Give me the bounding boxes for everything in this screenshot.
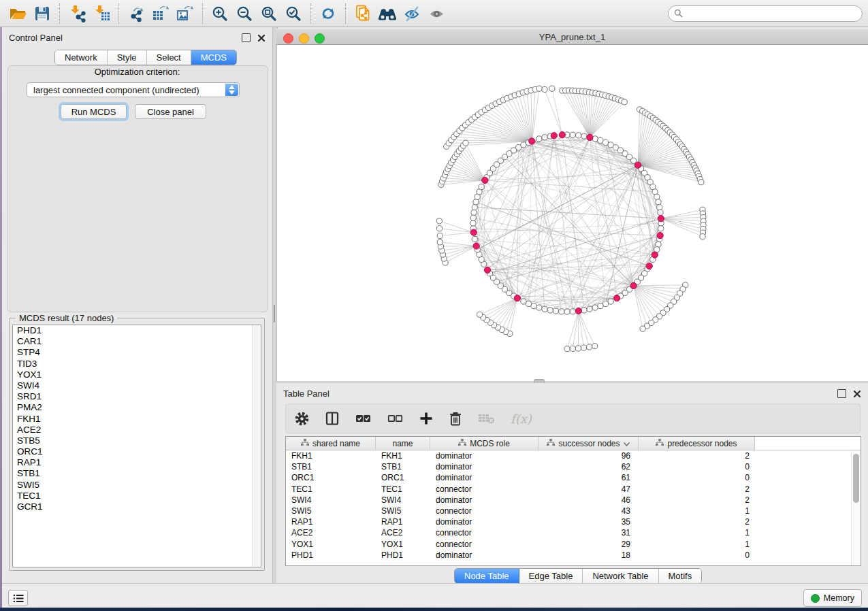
- column-header-predecessor-nodes[interactable]: predecessor nodes: [639, 437, 755, 450]
- select-all-icon[interactable]: [355, 411, 372, 426]
- graph-node[interactable]: [564, 346, 570, 352]
- table-row[interactable]: RAP1RAP1dominator352: [286, 516, 861, 527]
- graph-node[interactable]: [536, 136, 542, 142]
- graph-node[interactable]: [581, 308, 587, 313]
- graph-node-dominator[interactable]: [635, 162, 641, 168]
- table-row[interactable]: ORC1ORC1dominator610: [286, 472, 861, 483]
- network-graph[interactable]: [277, 45, 868, 381]
- graph-node[interactable]: [654, 194, 660, 199]
- tab-select[interactable]: Select: [147, 50, 191, 65]
- table-row[interactable]: SWI4SWI4dominator462: [286, 495, 861, 506]
- graph-node[interactable]: [542, 135, 547, 140]
- graph-node[interactable]: [479, 184, 484, 190]
- mcds-result-item[interactable]: RAP1: [13, 457, 261, 468]
- graph-node-dominator[interactable]: [575, 308, 581, 314]
- mcds-result-item[interactable]: GCR1: [13, 501, 261, 512]
- graph-node[interactable]: [575, 346, 581, 351]
- graph-node[interactable]: [521, 299, 526, 304]
- hide-selected-button[interactable]: [400, 3, 424, 24]
- graph-node[interactable]: [570, 309, 575, 314]
- add-column-icon[interactable]: [419, 411, 434, 426]
- graph-node-dominator[interactable]: [559, 132, 565, 138]
- network-view[interactable]: [276, 45, 868, 381]
- graph-node-dominator[interactable]: [587, 134, 593, 140]
- export-image-button[interactable]: [173, 3, 197, 24]
- mcds-result-item[interactable]: CAR1: [13, 336, 261, 347]
- graph-node[interactable]: [570, 132, 575, 137]
- mcds-result-list[interactable]: PHD1CAR1STP4TID3YOX1SWI4SRD1PMA2FKH1ACE2…: [12, 325, 261, 567]
- graph-node[interactable]: [587, 306, 592, 312]
- graph-node[interactable]: [471, 210, 477, 215]
- graph-node[interactable]: [536, 305, 542, 310]
- graph-node[interactable]: [536, 86, 542, 91]
- table-row[interactable]: PHD1PHD1dominator180: [286, 550, 861, 561]
- table-scrollbar-thumb[interactable]: [853, 454, 859, 503]
- graph-node[interactable]: [581, 133, 587, 139]
- import-table-button[interactable]: [89, 3, 114, 24]
- graph-node[interactable]: [698, 180, 704, 185]
- graph-node[interactable]: [553, 308, 558, 314]
- zoom-in-button[interactable]: [208, 3, 232, 24]
- graph-node[interactable]: [598, 303, 603, 309]
- zoom-fit-button[interactable]: [257, 3, 281, 24]
- run-mcds-button[interactable]: Run MCDS: [61, 104, 127, 119]
- graph-node[interactable]: [542, 306, 547, 312]
- graph-node[interactable]: [581, 345, 587, 350]
- graph-node[interactable]: [631, 158, 637, 163]
- graph-node[interactable]: [656, 242, 661, 247]
- graph-node[interactable]: [463, 140, 468, 146]
- save-session-button[interactable]: [30, 3, 54, 24]
- close-panel-icon[interactable]: [257, 34, 266, 42]
- graph-node-dominator[interactable]: [484, 267, 490, 273]
- tab-style[interactable]: Style: [108, 50, 147, 65]
- mcds-result-item[interactable]: TID3: [13, 359, 261, 369]
- graph-node-dominator[interactable]: [482, 177, 488, 183]
- graph-node[interactable]: [470, 220, 476, 226]
- graph-node[interactable]: [603, 139, 609, 145]
- mcds-result-item[interactable]: YOX1: [13, 369, 261, 380]
- column-header-successor-nodes[interactable]: successor nodes: [539, 437, 639, 450]
- tab-mcds[interactable]: MCDS: [191, 50, 236, 65]
- graph-node[interactable]: [470, 215, 476, 220]
- graph-node-dominator[interactable]: [630, 282, 637, 288]
- mcds-result-item[interactable]: FKH1: [13, 414, 261, 425]
- graph-node[interactable]: [473, 199, 479, 205]
- refresh-button[interactable]: [316, 3, 340, 24]
- graph-node[interactable]: [658, 210, 663, 215]
- graph-node-dominator[interactable]: [658, 216, 664, 222]
- import-network-button[interactable]: [65, 3, 89, 24]
- delete-column-trash-icon[interactable]: [449, 411, 462, 427]
- mcds-result-item[interactable]: STP4: [13, 347, 261, 358]
- tab-network-table[interactable]: Network Table: [583, 569, 658, 583]
- graph-node-dominator[interactable]: [652, 252, 658, 258]
- zoom-out-button[interactable]: [232, 3, 257, 24]
- graph-node[interactable]: [542, 86, 547, 92]
- export-document-button[interactable]: [351, 3, 375, 24]
- close-panel-button[interactable]: Close panel: [135, 104, 206, 119]
- optimization-criterion-select[interactable]: largest connected component (undirected): [27, 82, 240, 97]
- graph-node[interactable]: [587, 344, 592, 350]
- graph-node[interactable]: [472, 205, 477, 210]
- graph-node-dominator[interactable]: [514, 295, 520, 301]
- graph-node[interactable]: [549, 86, 555, 91]
- table-row[interactable]: SWI5SWI5connector431: [286, 506, 861, 516]
- graph-node[interactable]: [592, 305, 598, 310]
- tab-network[interactable]: Network: [55, 50, 108, 65]
- float-window-icon[interactable]: [837, 389, 846, 398]
- table-row[interactable]: YOX1YOX1connector291: [286, 539, 861, 550]
- graph-node[interactable]: [521, 142, 526, 148]
- graph-node[interactable]: [657, 205, 662, 210]
- table-row[interactable]: ACE2ACE2connector311: [286, 527, 861, 538]
- graph-node[interactable]: [531, 303, 536, 309]
- search-field[interactable]: [668, 5, 863, 22]
- graph-node[interactable]: [592, 344, 598, 349]
- graph-node[interactable]: [436, 218, 442, 224]
- column-header-shared-name[interactable]: shared name: [286, 437, 376, 450]
- mcds-result-item[interactable]: ACE2: [13, 425, 261, 435]
- mcds-result-item[interactable]: STB5: [13, 435, 261, 446]
- column-header-name[interactable]: name: [376, 437, 430, 450]
- float-window-icon[interactable]: [242, 33, 251, 42]
- graph-node[interactable]: [570, 346, 575, 351]
- graph-node[interactable]: [640, 326, 645, 331]
- mcds-result-item[interactable]: SRD1: [13, 391, 261, 402]
